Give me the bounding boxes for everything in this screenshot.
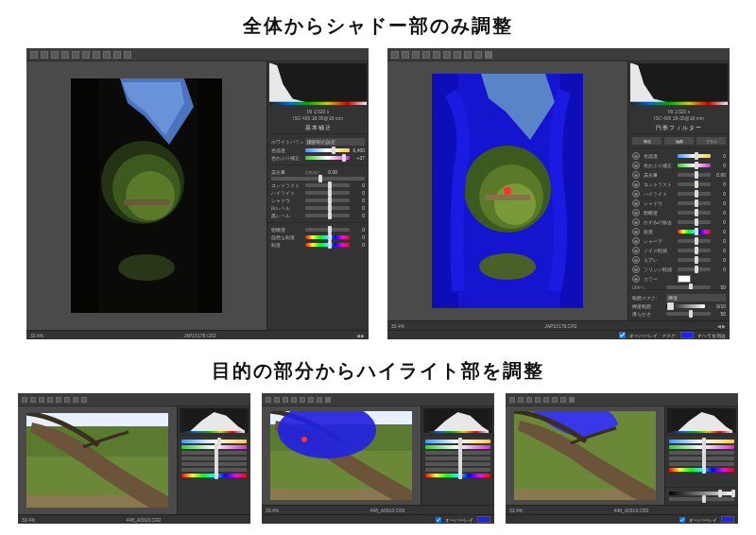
mode-edit-button[interactable]: 編集: [664, 137, 694, 145]
overlay-checkbox[interactable]: [619, 332, 626, 338]
straighten-tool-icon[interactable]: [72, 51, 79, 59]
svg-rect-8: [198, 78, 222, 313]
graduated-filter-icon[interactable]: [113, 51, 121, 59]
histogram[interactable]: [423, 408, 492, 433]
radial-filter-icon[interactable]: [124, 51, 131, 59]
overlay-checkbox[interactable]: [679, 517, 685, 523]
contrast-slider[interactable]: [305, 183, 350, 187]
rangemask-select[interactable]: 輝度: [666, 294, 726, 302]
highlights-slider[interactable]: [305, 191, 350, 195]
clear-all-button[interactable]: すべてを消去: [697, 333, 726, 338]
blacks-slider[interactable]: [305, 214, 350, 217]
p-sharp-slider[interactable]: [678, 239, 711, 243]
whites-slider[interactable]: [305, 206, 350, 210]
filename-readout: JAP10178.CR2: [49, 333, 350, 338]
zoom-readout: 33.4%: [30, 333, 43, 338]
contrast-label: コントラスト: [271, 182, 303, 188]
mask-color-swatch[interactable]: [477, 516, 490, 523]
redeye-tool-icon[interactable]: [454, 51, 461, 59]
lumrange-slider[interactable]: [666, 304, 705, 308]
image-canvas[interactable]: [18, 406, 177, 514]
redeye-tool-icon[interactable]: [93, 51, 100, 59]
mask-overlay-bar: オーバーレイ マスク: すべてを消去: [387, 330, 730, 339]
svg-rect-44: [671, 431, 732, 433]
status-bar: 33.4%448_A0310.CR2: [262, 505, 494, 514]
wb-tool-icon[interactable]: [51, 51, 59, 59]
heading-2: 目的の部分からハイライト部を調整: [17, 358, 739, 384]
svg-point-19: [494, 183, 536, 225]
svg-rect-24: [630, 102, 728, 105]
graduated-filter-icon[interactable]: [474, 51, 482, 59]
svg-rect-39: [427, 431, 489, 433]
p-dehaze-slider[interactable]: [678, 220, 711, 224]
clarity-slider[interactable]: [305, 228, 350, 232]
top-toolbar: [26, 48, 369, 61]
smoothness-slider[interactable]: [669, 497, 734, 501]
zoom-tool-icon[interactable]: [30, 51, 38, 59]
saturation-slider[interactable]: [305, 243, 350, 247]
histogram[interactable]: [180, 408, 249, 433]
whites-label: 白レベル: [271, 205, 303, 211]
wb-select[interactable]: 撮影時の設定: [305, 138, 365, 146]
color-label: カラー: [644, 276, 676, 282]
tool-icon[interactable]: [22, 397, 27, 403]
radial-filter-panel: f/9 1/320 s ISO 400 18-35@18 mm 円形フィルター …: [627, 61, 730, 320]
vibrance-slider[interactable]: [305, 235, 350, 239]
reset-icon[interactable]: ⊖: [632, 152, 640, 160]
zoom-tool-icon[interactable]: [391, 51, 399, 59]
histogram[interactable]: [269, 63, 367, 105]
spot-tool-icon[interactable]: [82, 51, 90, 59]
image-canvas[interactable]: [26, 61, 266, 330]
svg-point-5: [126, 171, 175, 220]
image-canvas[interactable]: [262, 406, 421, 505]
overlay-checkbox[interactable]: [436, 517, 441, 523]
vibrance-label: 自然な彩度: [271, 234, 303, 240]
feather-slider[interactable]: [666, 285, 711, 289]
p-saturation-slider[interactable]: [678, 230, 711, 233]
svg-point-6: [118, 254, 175, 281]
shadows-slider[interactable]: [305, 198, 350, 202]
image-canvas[interactable]: [506, 406, 664, 505]
histogram[interactable]: [630, 63, 728, 105]
p-exposure-slider[interactable]: [678, 173, 711, 177]
radial-filter-icon[interactable]: [485, 51, 492, 59]
mask-color-swatch[interactable]: [680, 332, 694, 338]
mode-new-button[interactable]: 新規: [632, 137, 662, 145]
image-canvas[interactable]: [387, 61, 627, 320]
p-contrast-slider[interactable]: [678, 182, 711, 186]
top-toolbar: [387, 48, 730, 61]
p-clarity-slider[interactable]: [678, 211, 711, 215]
p-tint-slider[interactable]: [678, 164, 711, 167]
tint-slider[interactable]: [305, 156, 350, 160]
smoothness-label: 滑らかさ: [632, 311, 664, 317]
photo-editor-tree-basic: 33.4% 448_A0310.CR2: [18, 393, 250, 524]
p-noise-slider[interactable]: [678, 249, 711, 252]
hand-tool-icon[interactable]: [402, 51, 409, 59]
color-swatch[interactable]: [678, 275, 691, 283]
svg-rect-21: [485, 195, 530, 200]
p-defringe-slider[interactable]: [678, 268, 711, 271]
adjustment-brush-icon[interactable]: [103, 51, 111, 59]
spot-tool-icon[interactable]: [443, 51, 451, 59]
p-moire-slider[interactable]: [678, 258, 711, 262]
adjustment-brush-icon[interactable]: [464, 51, 472, 59]
top-toolbar: [262, 393, 494, 406]
p-temp-slider[interactable]: [678, 154, 711, 158]
tint-label: 色かぶり補正: [271, 155, 303, 161]
saturation-label: 彩度: [271, 242, 303, 248]
temp-slider[interactable]: [305, 148, 350, 152]
smoothness-slider[interactable]: [666, 312, 711, 316]
crop-tool-icon[interactable]: [422, 51, 430, 59]
histogram[interactable]: [667, 408, 736, 433]
mask-color-swatch[interactable]: [721, 516, 734, 523]
p-highlights-slider[interactable]: [678, 192, 711, 196]
blacks-label: 黒レベル: [271, 213, 303, 218]
hand-tool-icon[interactable]: [41, 51, 48, 59]
top-toolbar: [18, 393, 250, 406]
crop-tool-icon[interactable]: [61, 51, 69, 59]
p-shadows-slider[interactable]: [678, 201, 711, 205]
straighten-tool-icon[interactable]: [433, 51, 440, 59]
wb-tool-icon[interactable]: [412, 51, 420, 59]
exposure-slider[interactable]: [271, 177, 365, 181]
mode-brush-button[interactable]: ブラシ: [696, 137, 726, 145]
